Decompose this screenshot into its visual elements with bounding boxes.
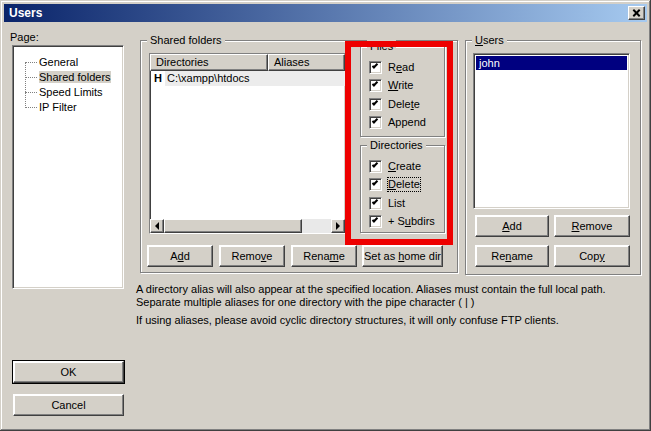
checkmark-icon xyxy=(372,161,378,167)
checkbox-label: List xyxy=(388,197,405,210)
horizontal-scrollbar[interactable] xyxy=(150,219,345,233)
checkmark-icon xyxy=(372,80,378,86)
page-list[interactable]: General Shared folders Speed Limits IP F… xyxy=(12,45,124,289)
checkbox-label: Create xyxy=(388,160,421,173)
scrollbar-thumb[interactable] xyxy=(164,219,302,233)
user-remove-button[interactable]: Remove xyxy=(554,215,630,237)
directories-group-label: Directories xyxy=(367,139,426,152)
checkbox-icon xyxy=(369,215,382,228)
checkbox-dirs-create[interactable]: Create xyxy=(361,160,444,174)
tree-connector xyxy=(25,62,37,63)
checkbox-label: Append xyxy=(388,116,426,129)
checkbox-files-delete[interactable]: Delete xyxy=(361,98,444,112)
checkbox-icon xyxy=(369,98,382,111)
arrow-right-icon xyxy=(336,222,340,230)
checkbox-label: Write xyxy=(388,79,413,92)
directories-permissions-group: Directories Create Delete List + Subdirs xyxy=(360,145,445,233)
checkbox-icon xyxy=(369,79,382,92)
home-dir-marker: H xyxy=(150,71,165,86)
user-name: john xyxy=(479,57,500,69)
button-label: Add xyxy=(502,220,522,232)
column-header-directories[interactable]: Directories xyxy=(150,54,268,71)
checkbox-icon xyxy=(369,61,382,74)
checkbox-dirs-list[interactable]: List xyxy=(361,197,444,211)
checkmark-icon xyxy=(372,216,378,222)
page-item-label: IP Filter xyxy=(39,101,77,113)
scroll-right-button[interactable] xyxy=(331,219,345,233)
user-rename-button[interactable]: Rename xyxy=(475,245,549,267)
tree-connector xyxy=(25,77,37,78)
checkbox-icon xyxy=(369,178,382,191)
set-as-home-dir-button[interactable]: Set as home dir xyxy=(362,245,443,267)
page-item-shared-folders[interactable]: Shared folders xyxy=(13,70,123,85)
button-label: Rename xyxy=(303,250,345,262)
users-group: Users john Add Remove Rename Copy xyxy=(465,40,641,275)
close-button[interactable] xyxy=(628,6,645,20)
checkbox-label: Delete xyxy=(388,98,420,111)
title-bar[interactable]: Users xyxy=(4,4,647,22)
button-label: Copy xyxy=(579,250,605,262)
cyclic-note-text: If using aliases, please avoid cyclic di… xyxy=(136,314,638,327)
arrow-left-icon xyxy=(155,222,159,230)
tree-connector xyxy=(25,107,37,108)
folder-rename-button[interactable]: Rename xyxy=(291,245,357,267)
files-permissions-group: Files Read Write Delete Append xyxy=(360,46,445,137)
page-item-general[interactable]: General xyxy=(13,55,123,70)
button-label: Rename xyxy=(491,250,533,262)
page-item-speed-limits[interactable]: Speed Limits xyxy=(13,85,123,100)
checkmark-icon xyxy=(372,117,378,123)
checkbox-icon xyxy=(369,116,382,129)
folder-remove-button[interactable]: Remove xyxy=(219,245,285,267)
directory-row[interactable]: H C:\xampp\htdocs xyxy=(150,71,345,86)
page-item-ip-filter[interactable]: IP Filter xyxy=(13,100,123,115)
user-copy-button[interactable]: Copy xyxy=(554,245,630,267)
button-label: Add xyxy=(170,250,190,262)
scroll-left-button[interactable] xyxy=(150,219,164,233)
page-item-label: Shared folders xyxy=(39,71,111,83)
button-label: Set as home dir xyxy=(364,250,441,262)
cancel-button[interactable]: Cancel xyxy=(13,394,124,416)
users-group-label: Users xyxy=(472,34,507,47)
files-group-label: Files xyxy=(367,40,396,53)
user-list-item[interactable]: john xyxy=(476,56,627,70)
checkmark-icon xyxy=(372,99,378,105)
alias-note-text: A directory alias will also appear at th… xyxy=(136,283,638,309)
page-item-label: General xyxy=(39,56,78,68)
checkmark-icon xyxy=(372,198,378,204)
checkmark-icon xyxy=(372,62,378,68)
checkmark-icon xyxy=(372,179,378,185)
user-add-button[interactable]: Add xyxy=(475,215,549,237)
tree-connector xyxy=(25,92,37,93)
checkbox-files-read[interactable]: Read xyxy=(361,61,444,75)
column-header-aliases[interactable]: Aliases xyxy=(268,54,345,71)
checkbox-icon xyxy=(369,160,382,173)
checkbox-files-write[interactable]: Write xyxy=(361,79,444,93)
folder-add-button[interactable]: Add xyxy=(147,245,213,267)
checkbox-label: Read xyxy=(388,61,414,74)
ok-button[interactable]: OK xyxy=(13,361,124,383)
users-dialog: Users Page: General Shared folders Speed… xyxy=(0,0,651,431)
directory-path: C:\xampp\htdocs xyxy=(165,71,345,86)
users-list[interactable]: john xyxy=(473,53,630,209)
checkbox-icon xyxy=(369,197,382,210)
page-label: Page: xyxy=(10,31,39,43)
button-label: Remove xyxy=(572,220,613,232)
checkbox-dirs-delete[interactable]: Delete xyxy=(361,178,444,192)
checkbox-label: + Subdirs xyxy=(388,215,435,228)
shared-folders-group-label: Shared folders xyxy=(147,34,225,47)
checkbox-dirs-subdirs[interactable]: + Subdirs xyxy=(361,215,444,229)
checkbox-files-append[interactable]: Append xyxy=(361,116,444,130)
checkbox-label: Delete xyxy=(388,178,420,191)
window-title: Users xyxy=(9,6,42,20)
button-label: Remove xyxy=(232,250,273,262)
shared-folders-list[interactable]: Directories Aliases H C:\xampp\htdocs xyxy=(149,53,346,234)
list-header: Directories Aliases xyxy=(150,54,345,71)
page-item-label: Speed Limits xyxy=(39,86,103,98)
